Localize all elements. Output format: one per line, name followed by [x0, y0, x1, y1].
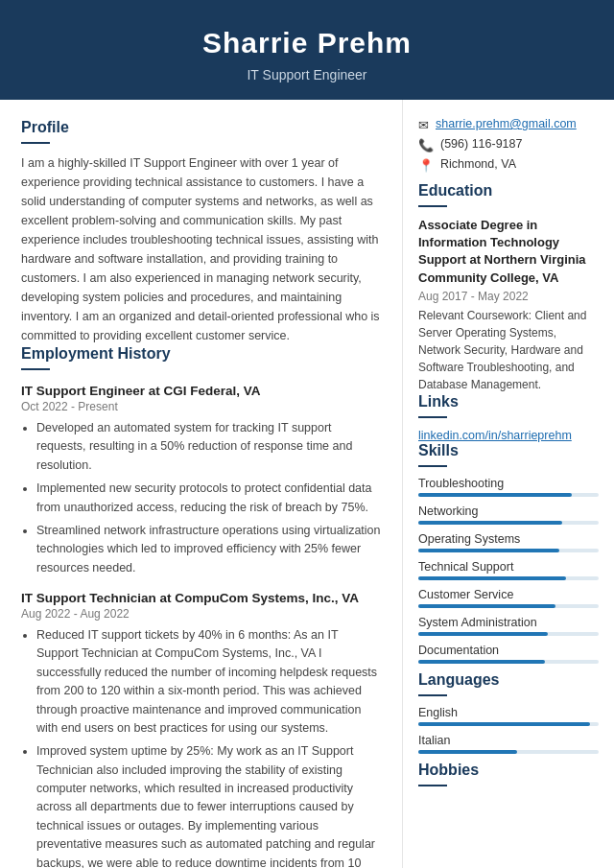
profile-section: Profile I am a highly-skilled IT Support…	[21, 119, 381, 345]
job-2-title: IT Support Technician at CompuCom System…	[21, 591, 381, 605]
skill-bar-bg	[418, 632, 599, 636]
phone-icon: 📞	[418, 138, 434, 152]
skill-name: Networking	[418, 504, 599, 518]
skill-bar-fill	[418, 576, 566, 580]
education-section: Education Associate Degree in Informatio…	[418, 182, 599, 393]
skill-name: Technical Support	[418, 560, 599, 574]
edu-desc: Relevant Coursework: Client and Server O…	[418, 307, 599, 393]
job-2-date: Aug 2022 - Aug 2022	[21, 607, 381, 621]
hobbies-section: Hobbies	[418, 762, 599, 786]
skill-bar-fill	[418, 604, 555, 608]
language-bar-bg	[418, 722, 599, 726]
skill-item: Operating Systems	[418, 532, 599, 552]
contact-phone-row: 📞 (596) 116-9187	[418, 137, 599, 152]
skill-bar-fill	[418, 549, 559, 552]
contact-section: ✉ sharrie.prehm@gmail.com 📞 (596) 116-91…	[418, 117, 599, 173]
skill-bar-bg	[418, 576, 599, 580]
skill-name: Troubleshooting	[418, 477, 599, 490]
languages-title: Languages	[418, 671, 599, 689]
skill-name: System Administration	[418, 616, 599, 629]
skill-bar-bg	[418, 604, 599, 608]
hobbies-title: Hobbies	[418, 762, 599, 779]
language-name: English	[418, 706, 599, 719]
employment-divider	[21, 368, 50, 370]
language-item: Italian	[418, 734, 599, 754]
edu-date: Aug 2017 - May 2022	[418, 290, 599, 303]
skills-section: Skills Troubleshooting Networking Operat…	[418, 442, 599, 664]
education-divider	[418, 205, 447, 207]
job-1: IT Support Engineer at CGI Federal, VA O…	[21, 384, 381, 577]
job-1-title: IT Support Engineer at CGI Federal, VA	[21, 384, 381, 398]
job-2-bullets: Reduced IT support tickets by 40% in 6 m…	[21, 626, 381, 868]
skill-name: Customer Service	[418, 588, 599, 601]
education-title: Education	[418, 182, 599, 199]
languages-section: Languages English Italian	[418, 671, 599, 754]
skill-bar-bg	[418, 549, 599, 552]
employment-title: Employment History	[21, 345, 381, 363]
skill-bar-bg	[418, 521, 599, 525]
bullet-item: Improved system uptime by 25%: My work a…	[36, 742, 381, 868]
skill-bar-fill	[418, 632, 548, 636]
skill-name: Documentation	[418, 644, 599, 657]
linkedin-link[interactable]: linkedin.com/in/sharrieprehm	[418, 429, 572, 442]
skills-title: Skills	[418, 442, 599, 459]
email-icon: ✉	[418, 118, 429, 132]
skill-item: Networking	[418, 504, 599, 525]
skill-bar-bg	[418, 660, 599, 664]
skills-divider	[418, 465, 447, 467]
skill-item: Troubleshooting	[418, 477, 599, 497]
skill-item: Documentation	[418, 644, 599, 664]
bullet-item: Implemented new security protocols to pr…	[36, 480, 381, 517]
languages-divider	[418, 694, 447, 696]
skill-item: Customer Service	[418, 588, 599, 608]
profile-text: I am a highly-skilled IT Support Enginee…	[21, 153, 381, 345]
skill-bar-fill	[418, 493, 572, 497]
contact-email-row: ✉ sharrie.prehm@gmail.com	[418, 117, 599, 132]
bullet-item: Streamlined network infrastructure opera…	[36, 522, 381, 577]
phone-text: (596) 116-9187	[440, 137, 522, 151]
job-1-bullets: Developed an automated system for tracki…	[21, 419, 381, 577]
links-title: Links	[418, 393, 599, 411]
skill-name: Operating Systems	[418, 532, 599, 546]
employment-section: Employment History IT Support Engineer a…	[21, 345, 381, 868]
language-bar-bg	[418, 750, 599, 754]
language-name: Italian	[418, 734, 599, 747]
location-icon: 📍	[418, 158, 434, 173]
hobbies-divider	[418, 785, 447, 786]
language-item: English	[418, 706, 599, 726]
contact-location-row: 📍 Richmond, VA	[418, 157, 599, 173]
job-2: IT Support Technician at CompuCom System…	[21, 591, 381, 868]
skill-item: Technical Support	[418, 560, 599, 580]
job-title-header: IT Support Engineer	[19, 67, 595, 82]
profile-divider	[21, 142, 50, 144]
language-bar-fill	[418, 722, 590, 726]
skill-item: System Administration	[418, 616, 599, 636]
links-section: Links linkedin.com/in/sharrieprehm	[418, 393, 599, 442]
links-divider	[418, 416, 447, 418]
skill-bar-fill	[418, 660, 545, 664]
profile-title: Profile	[21, 119, 381, 136]
header: Sharrie Prehm IT Support Engineer	[0, 0, 614, 100]
skill-bar-fill	[418, 521, 562, 525]
skill-bar-bg	[418, 493, 599, 497]
job-1-date: Oct 2022 - Present	[21, 400, 381, 413]
bullet-item: Developed an automated system for tracki…	[36, 419, 381, 475]
edu-degree: Associate Degree in Information Technolo…	[418, 217, 599, 287]
bullet-item: Reduced IT support tickets by 40% in 6 m…	[36, 626, 381, 738]
full-name: Sharrie Prehm	[19, 27, 595, 59]
email-link[interactable]: sharrie.prehm@gmail.com	[436, 117, 577, 130]
location-text: Richmond, VA	[440, 157, 516, 171]
language-bar-fill	[418, 750, 517, 754]
